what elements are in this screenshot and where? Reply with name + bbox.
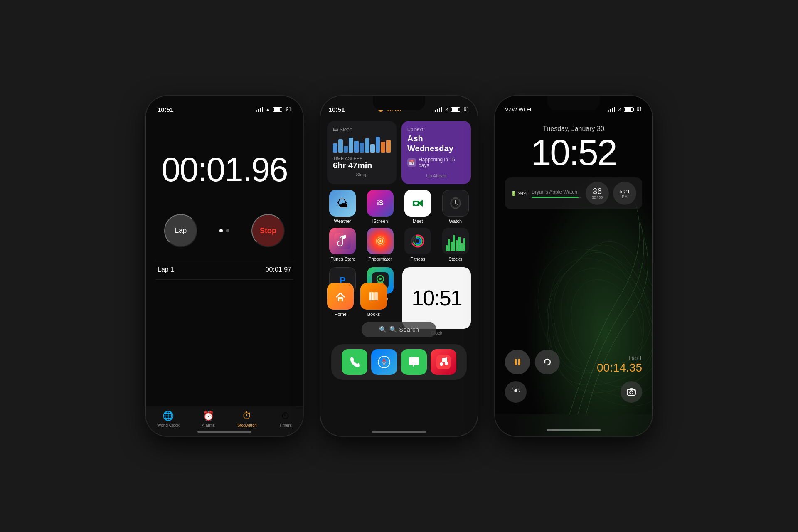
lock-pause-button[interactable] [505, 350, 530, 374]
tab-alarms[interactable]: ⏰ Alarms [202, 411, 215, 428]
svg-rect-31 [374, 292, 378, 300]
tab-world-clock[interactable]: 🌐 World Clock [157, 411, 180, 428]
watch-info: Bryan's Apple Watch [532, 189, 581, 198]
battery-pct-2: 91 [464, 106, 469, 112]
search-bar[interactable]: 🔍 🔍 Search [362, 322, 436, 337]
app-meet-label: Meet [413, 219, 423, 224]
home-icon [327, 283, 354, 310]
lock-lap-label: Lap 1 [597, 355, 642, 361]
lock-stopwatch-info: Lap 1 00:14.35 [505, 350, 642, 374]
app-books[interactable]: Books [360, 283, 387, 317]
app-iscreen-label: iScreen [372, 219, 388, 224]
upnext-label: Up next: [407, 127, 465, 132]
app-home-label: Home [334, 312, 346, 317]
signal-icon-3 [608, 107, 615, 112]
app-stocks[interactable]: Stocks [440, 228, 471, 261]
iscreen-icon: iS [367, 190, 394, 217]
tab-stopwatch[interactable]: ⏱ Stopwatch [237, 411, 257, 428]
wifi-icon-2: ⊿ [445, 107, 448, 112]
battery-charge-icon: 🔋 [511, 191, 517, 196]
upnext-sub: 📅 Happening in 15 days [407, 157, 465, 168]
battery-pct-1: 91 [286, 106, 291, 112]
upnext-title: Ash Wednesday [407, 133, 465, 153]
battery-pct-3: 91 [637, 106, 642, 112]
stopwatch-icon: ⏱ [242, 411, 251, 421]
lap-button[interactable]: Lap [164, 214, 197, 247]
itunes-icon [329, 228, 356, 254]
upnext-widget[interactable]: Up next: Ash Wednesday 📅 Happening in 15… [401, 121, 471, 184]
sleep-widget[interactable]: 🛏 Sleep [327, 121, 397, 184]
dock-messages[interactable] [401, 349, 427, 375]
phone-stopwatch: 10:51 ▲ 91 00:01.96 Lap [145, 96, 303, 436]
app-iscreen[interactable]: iS iScreen [365, 190, 396, 224]
meet-icon [404, 190, 431, 217]
alarms-icon: ⏰ [203, 411, 214, 421]
table-row: Lap 1 00:01.97 [156, 260, 293, 280]
camera-button[interactable] [621, 381, 642, 403]
app-photomator[interactable]: Photomator [365, 228, 396, 261]
app-fitness[interactable]: Fitness [402, 228, 433, 261]
lock-bottom-row [505, 381, 642, 403]
dock-safari[interactable] [371, 349, 397, 375]
phone-homescreen: 10:51 10:08 ⊿ 91 [320, 96, 478, 436]
timers-icon: ⏲ [281, 411, 290, 421]
wifi-icon-3: ⊿ [618, 107, 621, 112]
search-label: 🔍 Search [389, 326, 419, 333]
dock-music[interactable] [431, 349, 456, 375]
svg-point-40 [440, 362, 443, 366]
dock-phone[interactable] [342, 349, 367, 375]
signal-icon-1 [256, 107, 263, 112]
lock-reset-button[interactable] [535, 350, 560, 374]
tab-timers[interactable]: ⏲ Timers [279, 411, 292, 428]
app-watch-label: Watch [449, 219, 462, 224]
svg-point-25 [379, 278, 382, 280]
stopwatch-display: 00:01.96 [156, 150, 293, 189]
phone-lockscreen: VZW Wi-Fi ⊿ 91 [495, 96, 653, 436]
homescreen-content: 🛏 Sleep [320, 117, 478, 436]
app-meet[interactable]: Meet [402, 190, 433, 224]
comp-ampm: PM [622, 195, 628, 199]
app-watch[interactable]: Watch [440, 190, 471, 224]
watch-battery-info: 🔋 94% [511, 191, 527, 196]
app-weather[interactable]: 🌤 Weather [327, 190, 358, 224]
sleep-icon: 🛏 [333, 127, 338, 133]
lock-bottom-controls: Lap 1 00:14.35 [495, 350, 652, 403]
stopwatch-screen: 00:01.96 Lap Stop Lap 1 00:01.97 [146, 117, 303, 436]
lock-lap-info: Lap 1 00:14.35 [597, 355, 642, 374]
svg-rect-47 [515, 359, 517, 365]
page-dots [219, 229, 229, 232]
sleep-widget-title-text: Sleep [340, 127, 352, 133]
world-clock-icon: 🌐 [163, 411, 174, 421]
status-icons-3: ⊿ 91 [608, 106, 642, 112]
battery-icon-2 [451, 107, 461, 112]
svg-line-50 [512, 389, 513, 389]
fitness-icon [404, 228, 431, 254]
sleep-time-label: TIME ASLEEP [333, 156, 391, 161]
stocks-icon [442, 228, 469, 254]
app-itunes[interactable]: iTunes Store [327, 228, 358, 261]
app-fitness-label: Fitness [411, 256, 425, 261]
lockscreen-overlay: Tuesday, January 30 10:52 🔋 94% Bryan's … [495, 117, 652, 209]
flashlight-button[interactable] [505, 381, 527, 403]
complication-time: 5:21 PM [613, 182, 636, 205]
app-weather-label: Weather [334, 219, 351, 224]
tab-label-world-clock: World Clock [157, 423, 180, 428]
signal-icon-2 [435, 107, 442, 112]
watch-battery-pct: 94% [518, 191, 527, 196]
upnext-footer: Up Ahead [407, 173, 465, 178]
app-home[interactable]: Home [327, 283, 354, 317]
comp-sub-1a: 32 [592, 195, 596, 200]
svg-rect-48 [518, 359, 520, 365]
status-bar-1: 10:51 ▲ 91 [146, 96, 303, 117]
search-icon: 🔍 [379, 326, 387, 333]
svg-point-3 [414, 202, 418, 205]
tab-label-alarms: Alarms [202, 423, 215, 428]
app-photomator-label: Photomator [368, 256, 392, 261]
widgets-row: 🛏 Sleep [327, 121, 471, 184]
app-stocks-label: Stocks [448, 256, 462, 261]
complication-temp: 36 32 / 38 [586, 182, 609, 205]
svg-point-41 [445, 362, 448, 365]
svg-marker-49 [544, 361, 546, 363]
status-icons-1: ▲ 91 [256, 106, 291, 112]
stop-button[interactable]: Stop [251, 214, 285, 247]
